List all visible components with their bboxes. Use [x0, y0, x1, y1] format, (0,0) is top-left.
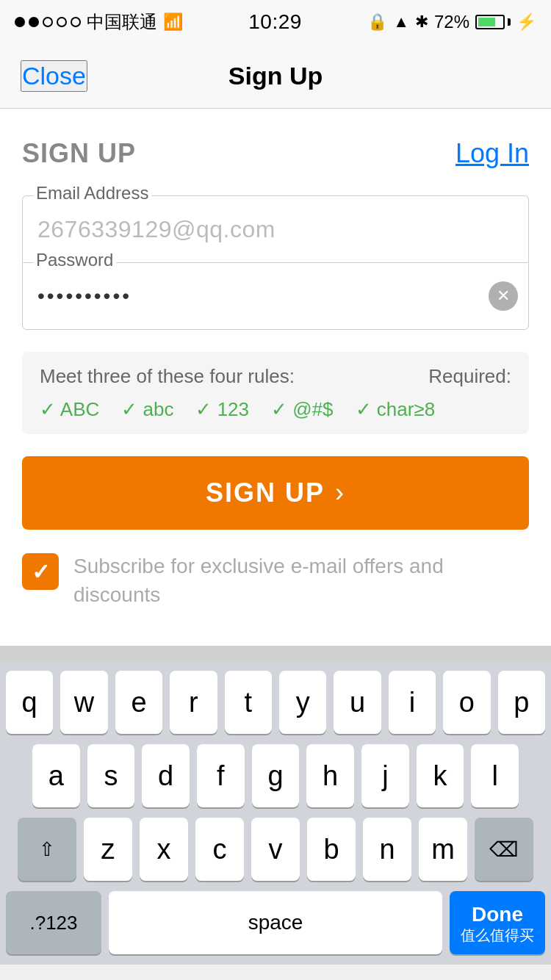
status-right: 🔒 ▲ ✱ 72% ⚡: [367, 12, 536, 32]
key-i[interactable]: i: [389, 671, 436, 734]
key-s[interactable]: s: [87, 744, 135, 807]
key-r[interactable]: r: [170, 671, 217, 734]
time-display: 10:29: [248, 10, 302, 34]
password-rules: Meet three of these four rules: Required…: [22, 352, 529, 434]
keyboard-row-4: .?123 space Done 值么值得买: [6, 891, 545, 965]
signup-button[interactable]: SIGN UP ›: [22, 456, 529, 530]
key-o[interactable]: o: [443, 671, 490, 734]
rules-checks: ✓ ABC ✓ abc ✓ 123 ✓ @#$ ✓ char≥8: [40, 398, 511, 421]
key-f[interactable]: f: [197, 744, 245, 807]
key-l[interactable]: l: [471, 744, 519, 807]
battery-percentage: 72%: [434, 12, 469, 32]
key-u[interactable]: u: [334, 671, 381, 734]
subscribe-checkbox[interactable]: ✓: [22, 553, 59, 590]
key-k[interactable]: k: [417, 744, 464, 807]
login-link[interactable]: Log In: [455, 138, 529, 169]
key-a[interactable]: a: [32, 744, 80, 807]
chevron-right-icon: ›: [335, 478, 345, 508]
separator: [0, 646, 551, 660]
dot1: [15, 17, 25, 27]
header-row: SIGN UP Log In: [22, 138, 529, 169]
subscribe-row: ✓ Subscribe for exclusive e-mail offers …: [22, 552, 529, 624]
key-x[interactable]: x: [140, 818, 188, 881]
keyboard-row-1: q w e r t y u i o p: [6, 671, 545, 734]
key-j[interactable]: j: [361, 744, 409, 807]
password-field-wrapper: Password ✕: [22, 262, 529, 330]
done-key[interactable]: Done 值么值得买: [450, 891, 545, 954]
lock-icon: 🔒: [367, 12, 387, 32]
carrier-label: 中国联通: [87, 10, 157, 34]
nav-bar: Close Sign Up: [0, 44, 551, 109]
key-d[interactable]: d: [142, 744, 190, 807]
dot3: [43, 17, 53, 27]
rule-lowercase: ✓ abc: [121, 398, 173, 421]
space-key[interactable]: space: [109, 891, 442, 954]
wifi-icon: 📶: [163, 12, 183, 32]
key-g[interactable]: g: [252, 744, 300, 807]
key-h[interactable]: h: [306, 744, 354, 807]
main-content: SIGN UP Log In Email Address Password ✕ …: [0, 109, 551, 646]
battery-icon: [475, 15, 511, 29]
password-input[interactable]: [23, 263, 528, 329]
key-e[interactable]: e: [115, 671, 162, 734]
symbols-key[interactable]: .?123: [6, 891, 101, 954]
key-m[interactable]: m: [419, 818, 467, 881]
close-button[interactable]: Close: [21, 60, 87, 92]
rule-special: ✓ @#$: [271, 398, 334, 421]
done-sublabel: 值么值得买: [461, 926, 534, 944]
password-label: Password: [33, 250, 116, 270]
dot4: [57, 17, 67, 27]
key-p[interactable]: p: [498, 671, 545, 734]
charging-icon: ⚡: [516, 12, 536, 32]
signup-button-label: SIGN UP: [206, 478, 325, 508]
checkmark-icon: ✓: [32, 559, 50, 585]
shift-key[interactable]: ⇧: [18, 818, 76, 881]
keyboard-row-2: a s d f g h j k l: [6, 744, 545, 807]
key-n[interactable]: n: [363, 818, 411, 881]
status-left: 中国联通 📶: [15, 10, 183, 34]
keyboard-row-3: ⇧ z x c v b n m ⌫: [6, 818, 545, 881]
key-t[interactable]: t: [225, 671, 272, 734]
clear-password-button[interactable]: ✕: [489, 281, 518, 311]
backspace-key[interactable]: ⌫: [475, 818, 533, 881]
key-w[interactable]: w: [60, 671, 107, 734]
rules-title: Meet three of these four rules:: [40, 365, 295, 388]
keyboard: q w e r t y u i o p a s d f g h j k l ⇧ …: [0, 660, 551, 965]
subscribe-text: Subscribe for exclusive e-mail offers an…: [73, 552, 529, 609]
status-bar: 中国联通 📶 10:29 🔒 ▲ ✱ 72% ⚡: [0, 0, 551, 44]
nav-title: Sign Up: [228, 62, 323, 90]
key-y[interactable]: y: [279, 671, 326, 734]
dot2: [29, 17, 39, 27]
key-z[interactable]: z: [84, 818, 132, 881]
key-c[interactable]: c: [195, 818, 244, 881]
done-label: Done: [461, 902, 534, 927]
rules-header: Meet three of these four rules: Required…: [40, 365, 511, 388]
rules-required-label: Required:: [428, 365, 511, 388]
rule-numbers: ✓ 123: [195, 398, 249, 421]
bluetooth-icon: ✱: [415, 12, 428, 32]
rule-char-length: ✓ char≥8: [356, 398, 436, 421]
key-q[interactable]: q: [6, 671, 53, 734]
signal-dots: [15, 17, 81, 27]
key-b[interactable]: b: [307, 818, 356, 881]
key-v[interactable]: v: [251, 818, 300, 881]
dot5: [71, 17, 81, 27]
location-icon: ▲: [393, 12, 409, 32]
fields-wrapper: Email Address Password ✕: [22, 195, 529, 330]
rule-abc: ✓ ABC: [40, 398, 99, 421]
signup-heading: SIGN UP: [22, 138, 136, 169]
email-label: Email Address: [33, 183, 151, 203]
